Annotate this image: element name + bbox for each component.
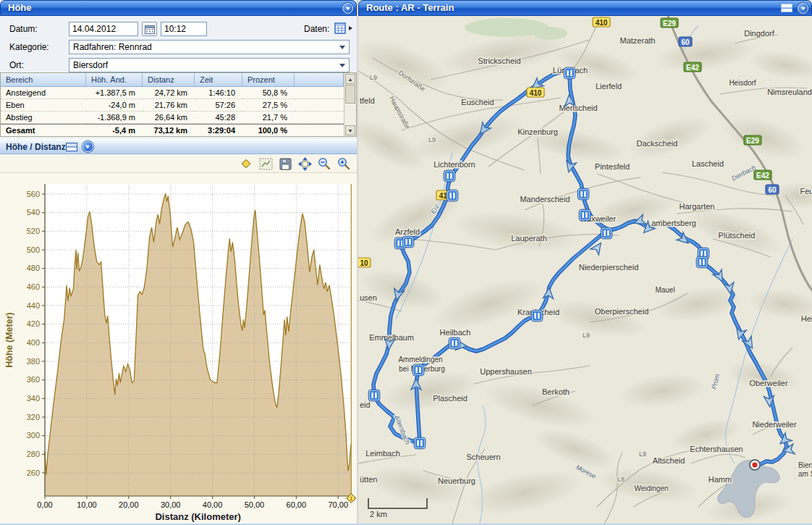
road-number-badge: E42 bbox=[684, 62, 701, 72]
map-town-label: Heilbach bbox=[440, 328, 471, 337]
elevation-chart[interactable]: 2602803003203403603804004204404604805005… bbox=[0, 173, 357, 524]
table-row-cell: 50,8 % bbox=[242, 87, 295, 99]
map-town-label: Lauperath bbox=[511, 234, 547, 243]
map-town-label: Plascheid bbox=[433, 394, 468, 403]
map-town-label: Lierfeld bbox=[596, 82, 622, 91]
x-tick-label: 30,00 bbox=[161, 500, 181, 509]
map-town-label: Dackscheid bbox=[637, 139, 678, 148]
split-window-icon[interactable] bbox=[781, 4, 792, 12]
map-town-label: Biersdorf bbox=[798, 461, 812, 469]
road-number-badge: 410 bbox=[527, 88, 544, 97]
svg-text:E29: E29 bbox=[663, 20, 676, 28]
map-title: Route : AR - Terrain bbox=[366, 1, 454, 15]
scroll-up-icon[interactable]: ▲ bbox=[345, 74, 355, 84]
map-town-label: Mauel bbox=[655, 286, 674, 294]
zoom-out-icon[interactable] bbox=[317, 156, 331, 171]
route-pause-marker[interactable] bbox=[447, 190, 458, 201]
collapse-icon[interactable] bbox=[83, 141, 93, 152]
panel-title: Höhe bbox=[8, 1, 32, 15]
elevation-panel: Höhe Datum: Daten: bbox=[0, 0, 357, 525]
marker-diamond-icon[interactable] bbox=[239, 156, 253, 171]
date-label: Datum: bbox=[9, 24, 38, 34]
x-tick-label: 20,00 bbox=[119, 500, 139, 509]
route-pause-marker[interactable] bbox=[579, 209, 591, 221]
date-input[interactable] bbox=[69, 22, 138, 36]
map-town-label: am See bbox=[798, 470, 812, 478]
map-town-label: Oberweiler bbox=[749, 379, 788, 387]
route-map[interactable]: StrickscheidEuscheidtfeldLünebachLierfel… bbox=[358, 16, 812, 524]
x-tick-label: 40,00 bbox=[203, 500, 223, 509]
y-tick-label: 320 bbox=[27, 413, 40, 421]
col-header[interactable]: Distanz bbox=[143, 73, 195, 87]
daten-expand-arrow[interactable] bbox=[349, 26, 355, 30]
y-tick-label: 500 bbox=[27, 245, 40, 254]
route-pause-marker[interactable] bbox=[414, 437, 426, 449]
elevation-stats-table: Bereich Höh. Änd. Distanz Zeit Prozent A… bbox=[0, 72, 357, 137]
map-town-label: Niederweiler bbox=[752, 420, 796, 429]
y-tick-label: 440 bbox=[27, 301, 40, 310]
route-pause-marker[interactable] bbox=[413, 364, 424, 376]
y-tick-label: 540 bbox=[27, 208, 40, 217]
map-town-label: ütten bbox=[360, 475, 377, 484]
scroll-down-icon[interactable]: ▼ bbox=[345, 125, 355, 135]
col-header[interactable]: Bereich bbox=[1, 73, 86, 87]
route-pause-marker[interactable] bbox=[564, 67, 575, 79]
route-pause-marker[interactable] bbox=[402, 236, 414, 248]
col-header[interactable]: Prozent bbox=[242, 73, 295, 87]
table-row-cell: 21,76 km bbox=[143, 99, 195, 112]
table-row-cell: 26,64 km bbox=[143, 112, 195, 124]
zoom-in-icon[interactable] bbox=[337, 156, 351, 171]
split-window-icon[interactable] bbox=[66, 143, 77, 151]
route-start-marker[interactable] bbox=[750, 460, 760, 470]
table-row-cell[interactable]: Eben bbox=[1, 99, 86, 112]
chevron-down-icon bbox=[339, 46, 345, 52]
table-row-cell: 57:26 bbox=[195, 99, 242, 112]
x-tick-label: 0,00 bbox=[37, 500, 52, 509]
route-pause-marker[interactable] bbox=[368, 390, 380, 401]
table-total-cell: 73,12 km bbox=[143, 124, 195, 137]
chart-titlebar: Höhe / Distanz bbox=[0, 139, 357, 154]
daten-grid-button[interactable] bbox=[334, 22, 347, 37]
road-number-badge: 60 bbox=[766, 185, 779, 194]
svg-text:E29: E29 bbox=[746, 137, 759, 145]
route-pause-marker[interactable] bbox=[449, 337, 460, 349]
map-town-label: Nimsreuland bbox=[767, 88, 812, 96]
time-input[interactable] bbox=[161, 22, 207, 36]
map-town-label: Niederpierscheid bbox=[579, 263, 639, 272]
route-pause-marker[interactable] bbox=[578, 188, 589, 200]
map-road-label: L9 bbox=[370, 74, 377, 81]
collapse-icon[interactable] bbox=[798, 3, 808, 14]
table-row-cell bbox=[295, 87, 344, 99]
svg-text:410: 410 bbox=[596, 19, 608, 27]
location-combobox[interactable]: Biersdorf bbox=[69, 58, 350, 72]
map-town-label: Dingdorf bbox=[744, 29, 775, 38]
scroll-thumb[interactable] bbox=[345, 85, 355, 104]
col-header[interactable]: Höh. Änd. bbox=[86, 73, 143, 87]
table-row-cell bbox=[295, 112, 344, 124]
map-town-label: eid bbox=[360, 400, 371, 409]
route-pause-marker[interactable] bbox=[531, 310, 543, 322]
table-row-cell[interactable]: Abstieg bbox=[1, 112, 86, 124]
map-town-label: Oberpierscheid bbox=[595, 307, 649, 316]
route-pause-marker[interactable] bbox=[444, 170, 455, 182]
table-row-cell[interactable]: Ansteigend bbox=[1, 87, 86, 99]
table-row-cell: +1.387,5 m bbox=[86, 87, 143, 99]
route-pause-marker[interactable] bbox=[601, 227, 612, 239]
route-pause-marker[interactable] bbox=[696, 256, 708, 268]
road-number-badge: E29 bbox=[744, 135, 761, 145]
table-row-cell: 1:46:10 bbox=[195, 87, 242, 99]
col-header[interactable]: Zeit bbox=[195, 73, 242, 87]
pan-fit-icon[interactable] bbox=[297, 156, 312, 171]
table-scrollbar[interactable]: ▲ ▼ bbox=[344, 73, 356, 136]
chart-toolbar bbox=[0, 155, 357, 173]
calendar-button[interactable] bbox=[142, 22, 157, 36]
col-header-empty bbox=[295, 73, 344, 87]
table-row-cell: 24,72 km bbox=[143, 87, 195, 99]
tour-form: Datum: Daten: bbox=[0, 17, 357, 71]
map-town-label: Feu bbox=[800, 187, 812, 196]
collapse-icon[interactable] bbox=[342, 3, 353, 14]
category-combobox[interactable]: Radfahren: Rennrad bbox=[69, 40, 350, 54]
table-row-cell: 27,5 % bbox=[242, 99, 295, 112]
chart-image-icon[interactable] bbox=[258, 156, 273, 171]
save-icon[interactable] bbox=[278, 156, 292, 171]
